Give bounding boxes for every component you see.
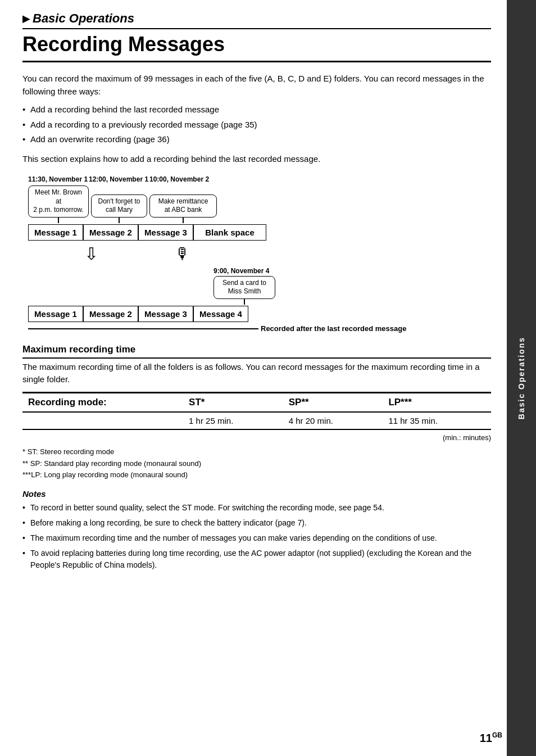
- nov4-time-label: 9:00, November 4: [214, 267, 269, 275]
- bullet-item-2: Add a recording to a previously recorded…: [22, 119, 491, 132]
- bubble-row-1: Meet Mr. Brown at2 p.m. tomorrow. Don't …: [22, 185, 491, 223]
- triangle-icon: ▶: [22, 12, 30, 25]
- down-arrow-icon: ⇩: [84, 244, 98, 264]
- recorded-after-row: Recorded after the last recorded message: [22, 324, 491, 334]
- section-header: ▶ Basic Operations: [22, 11, 491, 29]
- table-data-row: 1 hr 25 min. 4 hr 20 min. 11 hr 35 min.: [22, 412, 491, 429]
- footnote-2: ** SP: Standard play recording mode (mon…: [22, 458, 491, 470]
- note-item-1: To record in better sound quality, selec…: [22, 502, 491, 514]
- notes-title: Notes: [22, 489, 491, 499]
- msg-cell-1-2: Message 2: [83, 224, 138, 241]
- page-number-area: 11GB: [480, 731, 502, 745]
- bubble-3: Make remittance at ABC bank: [149, 194, 217, 218]
- bubble-wrap-2: Don't forget to call Mary: [91, 194, 147, 223]
- arrow-mic-row: ⇩ 🎙: [22, 244, 491, 264]
- intro-bullet-list: Add a recording behind the last recorded…: [22, 103, 491, 146]
- bubble-wrap-3: Make remittance at ABC bank: [149, 194, 217, 223]
- max-recording-desc: The maximum recording time of all the fo…: [22, 361, 491, 386]
- col-header-mode: Recording mode:: [22, 392, 183, 412]
- notes-list: To record in better sound quality, selec…: [22, 502, 491, 571]
- send-card-bubble-row: Send a card to Miss Smith: [22, 276, 491, 305]
- time-label-3: 10:00, November 2: [149, 175, 222, 183]
- recorded-after-hline: [28, 328, 253, 329]
- minutes-note: (min.: minutes): [22, 433, 491, 442]
- msg-cell-2-2: Message 2: [83, 306, 138, 322]
- msg-cell-1-3: Message 3: [138, 224, 193, 241]
- max-recording-title: Maximum recording time: [22, 344, 491, 359]
- message-row-2: Message 1 Message 2 Message 3 Message 4: [28, 306, 491, 322]
- bubble-wrap-4: Send a card to Miss Smith: [214, 276, 275, 305]
- msg-cell-1-4: Blank space: [193, 224, 266, 241]
- bubble-1: Meet Mr. Brown at2 p.m. tomorrow.: [28, 185, 89, 218]
- col-val-lp: 11 hr 35 min.: [383, 412, 491, 429]
- intro-paragraph-1: You can record the maximum of 99 message…: [22, 73, 491, 98]
- note-item-3: The maximum recording time and the numbe…: [22, 532, 491, 544]
- sidebar-label: Basic Operations: [517, 337, 526, 419]
- time-label-2: 12:00, November 1: [89, 175, 149, 183]
- page-number: 11: [480, 732, 492, 744]
- col-val-st: 1 hr 25 min.: [183, 412, 283, 429]
- connector-1: [58, 218, 59, 223]
- recorded-after-text: Recorded after the last recorded message: [261, 324, 406, 334]
- basic-operations-title: Basic Operations: [33, 11, 134, 26]
- connector-4: [244, 299, 245, 305]
- connector-hline: [253, 328, 258, 329]
- recording-table: Recording mode: ST* SP** LP*** 1 hr 25 m…: [22, 392, 491, 430]
- footnote-3: ***LP: Long play recording mode (monaura…: [22, 469, 491, 481]
- nov4-label-row: 9:00, November 4: [22, 267, 491, 275]
- bullet-item-3: Add an overwrite recording (page 36): [22, 133, 491, 146]
- bubble-wrap-1: Meet Mr. Brown at2 p.m. tomorrow.: [28, 185, 89, 223]
- msg-cell-1-1: Message 1: [28, 224, 83, 241]
- sidebar: Basic Operations: [507, 0, 536, 756]
- record-icon: 🎙: [175, 245, 190, 263]
- bubble-4: Send a card to Miss Smith: [214, 276, 275, 299]
- msg-cell-2-4: Message 4: [193, 306, 248, 322]
- col-header-lp: LP***: [383, 392, 491, 412]
- page-suffix: GB: [492, 731, 502, 739]
- time-label-1: 11:30, November 1: [28, 175, 89, 183]
- table-header-row: Recording mode: ST* SP** LP***: [22, 392, 491, 412]
- bullet-item-1: Add a recording behind the last recorded…: [22, 103, 491, 116]
- connector-2: [119, 218, 120, 223]
- msg-cell-2-1: Message 1: [28, 306, 83, 322]
- col-val-sp: 4 hr 20 min.: [283, 412, 383, 429]
- connector-3: [183, 218, 184, 223]
- col-header-st: ST*: [183, 392, 283, 412]
- page-title: Recording Messages: [22, 33, 491, 62]
- footnote-1: * ST: Stereo recording mode: [22, 446, 491, 458]
- main-content: ▶ Basic Operations Recording Messages Yo…: [22, 0, 491, 586]
- col-val-mode: [22, 412, 183, 429]
- bubble-2: Don't forget to call Mary: [91, 194, 147, 218]
- footnotes: * ST: Stereo recording mode ** SP: Stand…: [22, 446, 491, 481]
- message-row-1: Message 1 Message 2 Message 3 Blank spac…: [28, 224, 491, 241]
- note-item-4: To avoid replacing batteries during long…: [22, 547, 491, 571]
- msg-cell-2-3: Message 3: [138, 306, 193, 322]
- diagram: 11:30, November 1 12:00, November 1 10:0…: [22, 175, 491, 334]
- note-item-2: Before making a long recording, be sure …: [22, 517, 491, 529]
- notes-section: Notes To record in better sound quality,…: [22, 489, 491, 571]
- max-recording-section: Maximum recording time The maximum recor…: [22, 344, 491, 481]
- section-note: This section explains how to add a recor…: [22, 153, 491, 166]
- timeline-row-1: 11:30, November 1 12:00, November 1 10:0…: [22, 175, 491, 183]
- col-header-sp: SP**: [283, 392, 383, 412]
